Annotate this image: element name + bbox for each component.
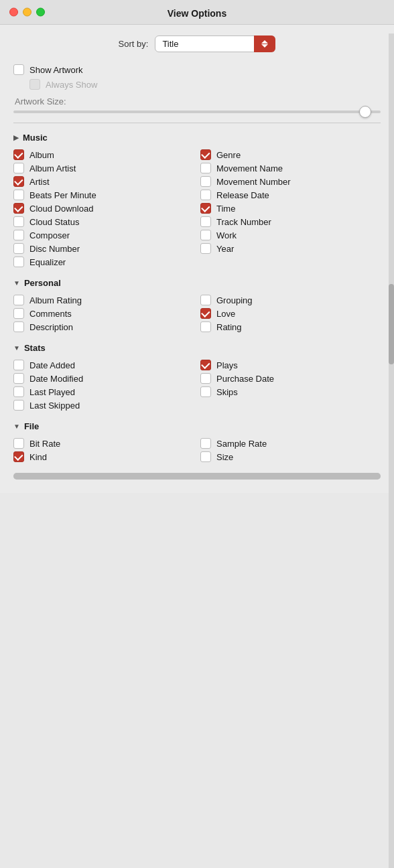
- movement-number-checkbox[interactable]: [200, 176, 211, 187]
- bpm-checkbox[interactable]: [13, 190, 24, 200]
- release-date-label[interactable]: Release Date: [216, 190, 269, 200]
- track-number-item: Track Number: [200, 216, 381, 227]
- plays-checkbox[interactable]: [200, 360, 211, 370]
- always-show-label[interactable]: Always Show: [46, 80, 97, 90]
- file-section-header[interactable]: ▼ File: [13, 421, 381, 431]
- size-item: Size: [200, 451, 381, 462]
- artist-checkbox[interactable]: [13, 176, 24, 187]
- scrollbar-thumb[interactable]: [389, 284, 394, 364]
- date-added-checkbox[interactable]: [13, 360, 24, 370]
- bottom-scrollbar-thumb[interactable]: [13, 473, 381, 480]
- track-number-label[interactable]: Track Number: [216, 217, 271, 227]
- composer-label[interactable]: Composer: [29, 230, 70, 240]
- last-played-checkbox[interactable]: [13, 386, 24, 397]
- track-number-checkbox[interactable]: [200, 216, 211, 227]
- time-checkbox[interactable]: [200, 203, 211, 214]
- album-artist-checkbox[interactable]: [13, 163, 24, 173]
- release-date-checkbox[interactable]: [200, 190, 211, 200]
- kind-label[interactable]: Kind: [29, 452, 47, 462]
- date-added-label[interactable]: Date Added: [29, 360, 75, 370]
- grouping-checkbox[interactable]: [200, 295, 211, 305]
- plays-label[interactable]: Plays: [216, 360, 238, 370]
- bpm-label[interactable]: Beats Per Minute: [29, 190, 96, 200]
- album-rating-checkbox[interactable]: [13, 295, 24, 305]
- maximize-button[interactable]: [36, 8, 45, 17]
- last-skipped-checkbox[interactable]: [13, 400, 24, 411]
- disc-number-checkbox[interactable]: [13, 243, 24, 254]
- equalizer-checkbox[interactable]: [13, 257, 24, 267]
- minimize-button[interactable]: [23, 8, 31, 17]
- time-item: Time: [200, 203, 381, 214]
- stats-section: ▼ Stats Date Added Plays Date Modified P…: [13, 343, 381, 411]
- bit-rate-checkbox[interactable]: [13, 438, 24, 449]
- sample-rate-checkbox[interactable]: [200, 438, 211, 449]
- skips-checkbox[interactable]: [200, 386, 211, 397]
- equalizer-label[interactable]: Equalizer: [29, 257, 66, 267]
- year-checkbox[interactable]: [200, 243, 211, 254]
- description-checkbox[interactable]: [13, 321, 24, 332]
- skips-label[interactable]: Skips: [216, 387, 238, 397]
- size-label[interactable]: Size: [216, 452, 233, 462]
- purchase-date-checkbox[interactable]: [200, 373, 211, 384]
- empty-item: [200, 257, 381, 267]
- always-show-checkbox[interactable]: [29, 79, 40, 90]
- comments-label[interactable]: Comments: [29, 309, 72, 319]
- artwork-size-slider[interactable]: [13, 111, 381, 113]
- music-section-header[interactable]: ▶ Music: [13, 133, 381, 143]
- show-artwork-checkbox[interactable]: [13, 64, 24, 75]
- album-artist-label[interactable]: Album Artist: [29, 163, 76, 173]
- main-content: Sort by: Title Album Artist Genre Year D…: [0, 25, 394, 493]
- album-checkbox[interactable]: [13, 149, 24, 160]
- sample-rate-label[interactable]: Sample Rate: [216, 439, 267, 449]
- date-modified-checkbox[interactable]: [13, 373, 24, 384]
- sort-arrow-icon[interactable]: [254, 35, 275, 52]
- personal-section-header[interactable]: ▼ Personal: [13, 278, 381, 288]
- genre-label[interactable]: Genre: [216, 150, 241, 160]
- date-modified-label[interactable]: Date Modified: [29, 374, 83, 384]
- titlebar: View Options: [0, 0, 394, 25]
- album-label[interactable]: Album: [29, 150, 54, 160]
- time-label[interactable]: Time: [216, 204, 235, 214]
- comments-checkbox[interactable]: [13, 308, 24, 319]
- rating-label[interactable]: Rating: [216, 322, 242, 332]
- love-checkbox[interactable]: [200, 308, 211, 319]
- description-label[interactable]: Description: [29, 322, 73, 332]
- file-checkbox-grid: Bit Rate Sample Rate Kind Size: [13, 438, 381, 462]
- bottom-scrollbar[interactable]: [13, 473, 381, 480]
- last-skipped-label[interactable]: Last Skipped: [29, 401, 80, 411]
- cloud-status-label[interactable]: Cloud Status: [29, 217, 79, 227]
- grouping-label[interactable]: Grouping: [216, 295, 252, 305]
- rating-checkbox[interactable]: [200, 321, 211, 332]
- slider-thumb[interactable]: [359, 106, 371, 118]
- movement-name-label[interactable]: Movement Name: [216, 163, 283, 173]
- last-played-label[interactable]: Last Played: [29, 387, 75, 397]
- stats-section-header[interactable]: ▼ Stats: [13, 343, 381, 353]
- last-skipped-item: Last Skipped: [13, 400, 194, 411]
- album-rating-label[interactable]: Album Rating: [29, 295, 82, 305]
- bit-rate-label[interactable]: Bit Rate: [29, 439, 60, 449]
- genre-checkbox[interactable]: [200, 149, 211, 160]
- cloud-download-item: Cloud Download: [13, 203, 194, 214]
- love-label[interactable]: Love: [216, 309, 235, 319]
- kind-checkbox[interactable]: [13, 451, 24, 462]
- date-modified-item: Date Modified: [13, 373, 194, 384]
- year-label[interactable]: Year: [216, 244, 234, 254]
- purchase-date-label[interactable]: Purchase Date: [216, 374, 274, 384]
- divider-1: [13, 123, 381, 123]
- show-artwork-label[interactable]: Show Artwork: [29, 65, 82, 75]
- size-checkbox[interactable]: [200, 451, 211, 462]
- composer-checkbox[interactable]: [13, 230, 24, 240]
- disc-number-label[interactable]: Disc Number: [29, 244, 80, 254]
- movement-name-checkbox[interactable]: [200, 163, 211, 173]
- cloud-status-checkbox[interactable]: [13, 216, 24, 227]
- cloud-download-label[interactable]: Cloud Download: [29, 204, 93, 214]
- cloud-download-checkbox[interactable]: [13, 203, 24, 214]
- work-label[interactable]: Work: [216, 230, 237, 240]
- rating-item: Rating: [200, 321, 381, 332]
- work-checkbox[interactable]: [200, 230, 211, 240]
- artist-label[interactable]: Artist: [29, 177, 50, 187]
- file-triangle-icon: ▼: [13, 423, 20, 430]
- close-button[interactable]: [9, 8, 18, 17]
- movement-number-label[interactable]: Movement Number: [216, 177, 291, 187]
- equalizer-item: Equalizer: [13, 257, 194, 267]
